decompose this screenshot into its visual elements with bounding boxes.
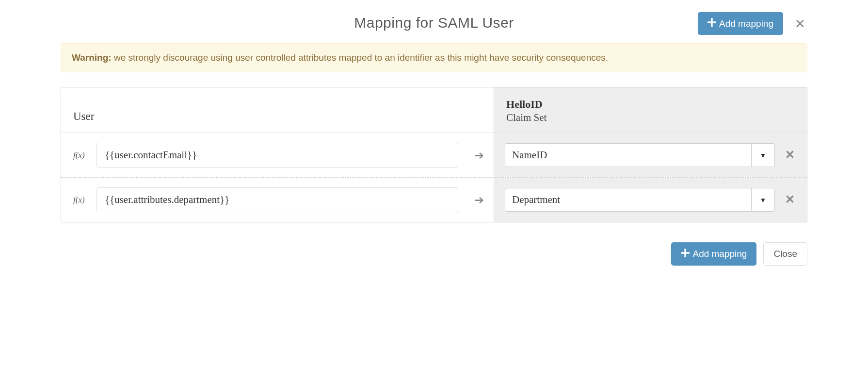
- arrow-right-icon: ➔: [467, 193, 484, 207]
- arrow-right-icon: ➔: [467, 149, 484, 162]
- mapping-table: User HelloID Claim Set f(x) ➔ NameID ▼: [61, 87, 807, 222]
- table-row: f(x) ➔ Department ▼: [61, 177, 807, 222]
- add-mapping-label: Add mapping: [719, 18, 773, 29]
- delete-row-icon[interactable]: [784, 149, 796, 162]
- target-select-value: Department: [505, 188, 751, 211]
- plus-icon: [707, 18, 716, 29]
- plus-icon: [681, 249, 690, 260]
- header-cell-user: User: [61, 87, 494, 133]
- warning-prefix: Warning:: [72, 52, 112, 63]
- target-select[interactable]: Department ▼: [505, 188, 775, 212]
- header-actions: Add mapping ✕: [698, 12, 807, 35]
- row-source-cell: f(x) ➔: [61, 133, 494, 177]
- close-icon[interactable]: ✕: [793, 17, 807, 30]
- row-target-cell: Department ▼: [494, 178, 807, 222]
- warning-alert: Warning: we strongly discourage using us…: [61, 43, 807, 72]
- mapping-modal: Mapping for SAML User Add mapping ✕ Warn…: [61, 10, 807, 266]
- add-mapping-button-top[interactable]: Add mapping: [698, 12, 783, 35]
- delete-row-icon[interactable]: [784, 194, 796, 206]
- fx-label[interactable]: f(x): [73, 195, 88, 205]
- source-input[interactable]: [96, 143, 458, 168]
- warning-text: we strongly discourage using user contro…: [112, 52, 608, 63]
- chevron-down-icon: ▼: [751, 144, 774, 167]
- target-select-value: NameID: [505, 144, 751, 167]
- claimset-subtitle: Claim Set: [506, 112, 795, 124]
- table-row: f(x) ➔ NameID ▼: [61, 133, 807, 177]
- modal-title: Mapping for SAML User: [354, 15, 514, 31]
- add-mapping-button-bottom[interactable]: Add mapping: [671, 242, 756, 266]
- modal-footer: Add mapping Close: [61, 239, 807, 266]
- header-cell-claimset: HelloID Claim Set: [494, 87, 807, 133]
- close-button[interactable]: Close: [763, 242, 807, 266]
- add-mapping-label: Add mapping: [692, 249, 747, 259]
- target-select[interactable]: NameID ▼: [505, 143, 775, 167]
- user-column-label: User: [73, 110, 94, 123]
- modal-header: Mapping for SAML User Add mapping ✕: [61, 10, 807, 43]
- row-source-cell: f(x) ➔: [61, 178, 494, 222]
- source-input[interactable]: [96, 187, 458, 212]
- fx-label[interactable]: f(x): [73, 151, 88, 160]
- close-label: Close: [773, 249, 797, 259]
- mapping-table-header: User HelloID Claim Set: [61, 87, 807, 133]
- chevron-down-icon: ▼: [751, 188, 774, 211]
- claimset-title: HelloID: [506, 98, 795, 111]
- row-target-cell: NameID ▼: [494, 133, 807, 177]
